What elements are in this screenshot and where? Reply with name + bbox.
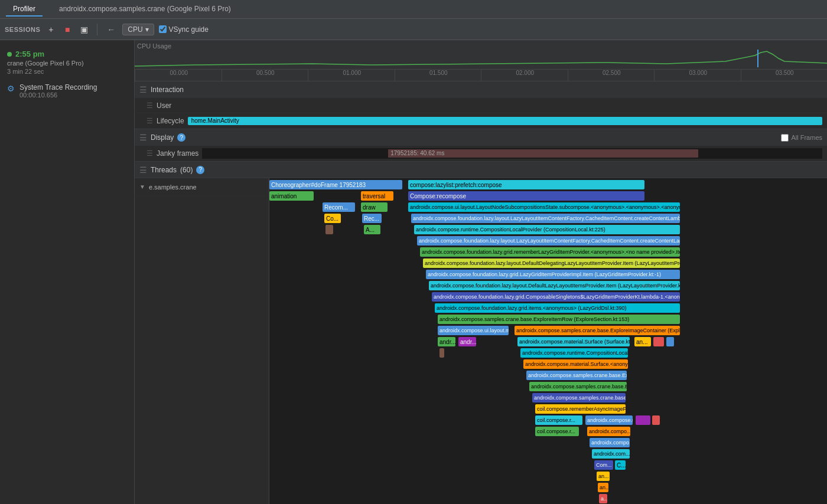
- all-frames-checkbox[interactable]: [781, 134, 789, 142]
- flame-bar[interactable]: androidx.compo...: [590, 438, 630, 447]
- flame-bar[interactable]: coil.compose.r...: [535, 415, 582, 425]
- gear-icon: ⚙: [7, 84, 15, 93]
- session-info: 2:55 pm crane (Google Pixel 6 Pro) 3 min…: [0, 45, 134, 80]
- flame-bar[interactable]: androidx.compose.samples.crane.base.Expl…: [529, 382, 627, 391]
- flame-bar[interactable]: an...: [634, 337, 651, 346]
- flame-bar[interactable]: animation: [269, 191, 314, 201]
- flame-bar[interactable]: A...: [364, 225, 380, 234]
- flame-bar[interactable]: androidx.compose.samples.crane.base.Expl…: [515, 326, 680, 335]
- flame-bar[interactable]: andr...: [438, 337, 455, 346]
- threads-expand-icon[interactable]: ☰: [139, 165, 147, 175]
- flame-bar[interactable]: androidx.compose.foundation.lazy.layout.…: [411, 214, 680, 223]
- panel-button[interactable]: ▣: [78, 24, 90, 35]
- user-drag-icon: ☰: [146, 102, 153, 110]
- flame-bar[interactable]: [652, 415, 660, 425]
- vsync-guide-label[interactable]: VSync guide: [159, 25, 209, 34]
- thread-tracks[interactable]: Choreographer#doFrame 17952183 compose:l…: [269, 178, 827, 504]
- content-area: CPU Usage 00.000 00.500 01.000 01.500 02…: [135, 40, 827, 504]
- recording-item[interactable]: ⚙ System Trace Recording 00:00:10.656: [0, 80, 134, 102]
- display-header: ☰ Display ? All Frames: [135, 129, 827, 146]
- flame-bar[interactable]: androidx.compose.foundation.lazy.layout.…: [417, 236, 680, 246]
- threads-title: Threads: [151, 166, 177, 174]
- flame-bar[interactable]: androidx.compose.foundation.lazy.grid.re…: [420, 247, 680, 257]
- tick-7: 03.500: [741, 70, 828, 81]
- flame-bar[interactable]: traversal: [361, 191, 393, 201]
- interaction-expand-icon[interactable]: ☰: [139, 85, 147, 94]
- display-help-icon[interactable]: ?: [177, 133, 185, 142]
- threads-help-icon[interactable]: ?: [196, 166, 204, 174]
- flame-bar[interactable]: [666, 337, 674, 346]
- tick-5: 02.500: [568, 70, 655, 81]
- interaction-header: ☰ Interaction: [135, 81, 827, 98]
- flame-bar[interactable]: draw: [361, 202, 388, 212]
- flame-bar[interactable]: an...: [598, 483, 608, 492]
- flame-bar[interactable]: Co...: [324, 214, 341, 223]
- flame-bar[interactable]: androidx.compose.runtime.CompositionLoca…: [520, 348, 628, 358]
- flame-bar[interactable]: andr...: [458, 337, 476, 346]
- flame-bar[interactable]: [325, 225, 333, 234]
- cpu-label: CPU: [128, 25, 142, 34]
- stop-button[interactable]: ■: [61, 24, 73, 35]
- janky-bar: 17952185: 40.62 ms: [388, 149, 698, 158]
- flame-bar[interactable]: androidx.compose.samples.crane.base.Expl…: [526, 371, 627, 380]
- flame-bar[interactable]: androidx.compose.u...: [585, 415, 633, 425]
- tick-1: 00.500: [222, 70, 308, 81]
- flame-bar[interactable]: Rec...: [362, 214, 382, 223]
- tab-profiler[interactable]: Profiler: [6, 2, 43, 17]
- title-bar: Profiler androidx.compose.samples.crane …: [0, 0, 827, 19]
- flame-bar[interactable]: androidx.compose.ui.layout.m...: [438, 326, 509, 335]
- flame-bar[interactable]: a...: [599, 494, 607, 503]
- user-track: [175, 100, 822, 111]
- flame-bar[interactable]: androidx.compose.samples.crane.base.Expl…: [532, 393, 626, 402]
- flame-bar[interactable]: androidx.compose.foundation.lazy.grid.Co…: [432, 292, 680, 302]
- flame-bar[interactable]: Compose:recompose: [408, 191, 644, 201]
- flame-bar[interactable]: Com...: [594, 460, 613, 470]
- flame-bar[interactable]: [439, 348, 444, 358]
- flame-bar[interactable]: androidx.compose.ui.layout.LayoutNodeSub…: [408, 202, 680, 212]
- thread-label-crane[interactable]: ▼ e.samples.crane: [135, 178, 269, 196]
- cpu-dropdown[interactable]: CPU ▾: [122, 24, 154, 35]
- toolbar: SESSIONS + ■ ▣ ← CPU ▾ VSync guide: [0, 19, 827, 40]
- main-layout: 2:55 pm crane (Google Pixel 6 Pro) 3 min…: [0, 40, 827, 504]
- flame-bar[interactable]: androidx.compose.foundation.lazy.grid.it…: [435, 303, 680, 313]
- display-expand-icon[interactable]: ☰: [139, 133, 147, 142]
- flame-bar[interactable]: androidx.compose.runtime.CompositionLoca…: [414, 225, 680, 234]
- back-button[interactable]: ←: [105, 24, 118, 35]
- tick-2: 01.000: [308, 70, 395, 81]
- flame-bar[interactable]: C...: [615, 460, 626, 470]
- lifecycle-label: Lifecycle: [157, 117, 184, 125]
- lifecycle-drag-icon: ☰: [146, 117, 153, 125]
- tick-4: 02.000: [481, 70, 568, 81]
- janky-frames-row: ☰ Janky frames 17952185: 40.62 ms: [135, 146, 827, 161]
- recording-info: System Trace Recording 00:00:10.656: [19, 83, 97, 99]
- flame-bar[interactable]: androidx.com...: [592, 449, 630, 459]
- flame-bar[interactable]: Recom...: [323, 202, 355, 212]
- recording-duration: 00:00:10.656: [19, 91, 97, 99]
- flame-bar[interactable]: compose:lazylist:prefetch:compose: [408, 180, 644, 189]
- flame-bar[interactable]: androidx.compose.foundation.lazy.grid.La…: [426, 270, 680, 279]
- home-activity-bar: home.MainActivity: [188, 117, 822, 125]
- flame-bar[interactable]: [653, 337, 664, 346]
- dropdown-arrow-icon: ▾: [145, 25, 149, 34]
- interaction-section: ☰ Interaction ☰ User ☰ Lifecycle home.Ma…: [135, 81, 827, 129]
- toolbar-separator: [97, 24, 97, 35]
- flame-bar[interactable]: coil.compose.rememberAsyncImagePainter (…: [535, 404, 626, 414]
- flame-bar[interactable]: androidx.compose.foundation.lazy.layout.…: [423, 258, 680, 268]
- flame-bar[interactable]: [636, 415, 650, 425]
- flame-bar[interactable]: coil.compose.r...: [535, 427, 579, 436]
- vsync-checkbox[interactable]: [159, 25, 167, 33]
- display-title: Display: [151, 133, 174, 142]
- flame-bar[interactable]: an...: [597, 472, 610, 481]
- vsync-text: VSync guide: [169, 25, 209, 34]
- flame-bar[interactable]: Choreographer#doFrame 17952183: [269, 180, 402, 189]
- flame-bar[interactable]: androidx.compose.samples.crane.base.Expl…: [438, 315, 680, 324]
- add-session-button[interactable]: +: [45, 24, 57, 35]
- flame-bar[interactable]: androidx.compose.foundation.lazy.layout.…: [429, 281, 680, 290]
- recording-label: System Trace Recording: [19, 83, 97, 91]
- flame-bar[interactable]: androidx.compo...: [587, 427, 630, 436]
- tab-app[interactable]: androidx.compose.samples.crane (Google P…: [52, 2, 238, 17]
- threads-content: ▼ e.samples.crane Choreographer#doFrame …: [135, 178, 827, 504]
- flame-bar[interactable]: androidx.compose.material.Surface (Surfa…: [517, 337, 630, 346]
- tick-0: 00.000: [135, 70, 222, 81]
- flame-bar[interactable]: androidx.compose.material.Surface.<anony…: [523, 359, 628, 369]
